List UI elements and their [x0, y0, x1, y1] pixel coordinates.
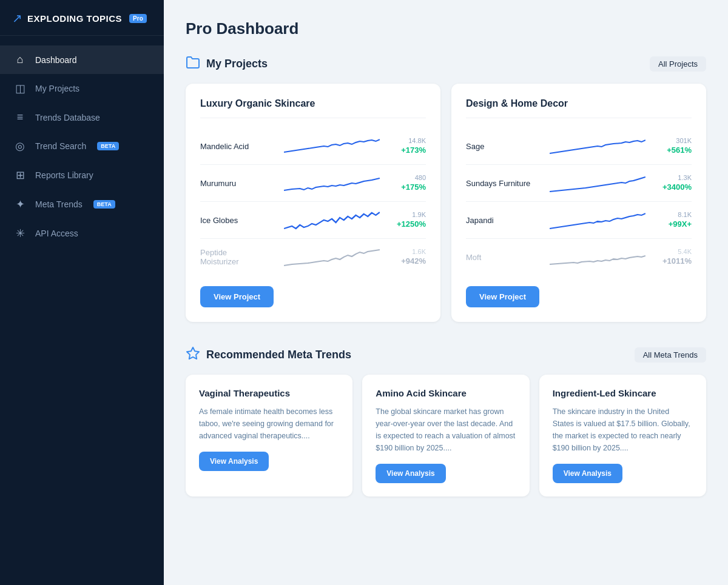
my-projects-header: My Projects All Projects [186, 55, 706, 73]
main-content: Pro Dashboard My Projects All Projects L… [164, 0, 728, 585]
trend-row[interactable]: Murumuru 480 +175% [200, 165, 426, 202]
sidebar-label-dashboard: Dashboard [35, 55, 77, 65]
logo-text: EXPLODING TOPICS [27, 13, 122, 24]
trend-stats: 8.1K +99X+ [650, 211, 692, 229]
trend-name: Murumuru [200, 179, 279, 188]
project-card-luxury-organic-skincare: Luxury Organic Skincare Mandelic Acid 14… [186, 84, 440, 322]
logo-pro-badge: Pro [129, 14, 147, 23]
trend-name-muted: PeptideMoisturizer [200, 248, 279, 266]
trend-row[interactable]: PeptideMoisturizer 1.6K +942% [200, 239, 426, 275]
meta-title-amino: Amino Acid Skincare [376, 388, 516, 398]
trend-stats: 1.6K +942% [385, 248, 426, 266]
view-analysis-btn-amino[interactable]: View Analysis [376, 464, 445, 483]
sidebar-item-dashboard[interactable]: ⌂ Dashboard [0, 45, 164, 74]
view-analysis-btn-vaginal[interactable]: View Analysis [199, 452, 269, 471]
sidebar-nav: ⌂ Dashboard ◫ My Projects ≡ Trends Datab… [0, 36, 164, 585]
meta-trends-title: Recommended Meta Trends [206, 349, 351, 361]
sidebar-item-api-access[interactable]: ✳ API Access [0, 219, 164, 248]
meta-card-vaginal-therapeutics: Vaginal Therapeutics As female intimate … [186, 375, 352, 496]
trend-name: Japandi [466, 216, 545, 225]
sidebar-label-meta-trends: Meta Trends [35, 199, 83, 209]
trend-row[interactable]: Sundays Furniture 1.3K +3400% [466, 165, 692, 202]
meta-trends-grid: Vaginal Therapeutics As female intimate … [186, 375, 706, 496]
trend-chart [550, 135, 645, 157]
trend-stats: 5.4K +1011% [650, 248, 692, 266]
meta-desc-amino: The global skincare market has grown yea… [376, 406, 516, 454]
meta-title-vaginal: Vaginal Therapeutics [199, 388, 339, 398]
sidebar-label-trends-database: Trends Database [35, 113, 100, 122]
meta-desc-ingredient: The skincare industry in the United Stat… [553, 406, 693, 454]
target-icon: ◎ [13, 139, 27, 153]
trend-name-muted: Moft [466, 253, 545, 262]
logo-container: ↗ EXPLODING TOPICS Pro [0, 0, 164, 36]
project-card-design-home-decor: Design & Home Decor Sage 301K +561% Sund… [451, 84, 706, 322]
all-meta-trends-link[interactable]: All Meta Trends [635, 347, 706, 363]
trend-chart [284, 209, 380, 231]
meta-trends-beta-badge: BETA [93, 200, 115, 209]
sidebar-item-trends-database[interactable]: ≡ Trends Database [0, 103, 164, 132]
trend-row[interactable]: Ice Globes 1.9K +1250% [200, 202, 426, 239]
project-title-luxury: Luxury Organic Skincare [200, 98, 426, 118]
sidebar-label-my-projects: My Projects [35, 84, 79, 93]
trend-chart [284, 246, 380, 268]
page-title: Pro Dashboard [186, 19, 706, 38]
project-title-design: Design & Home Decor [466, 98, 692, 118]
folder-icon: ◫ [13, 82, 27, 95]
sidebar-item-meta-trends[interactable]: ✦ Meta Trends BETA [0, 190, 164, 219]
meta-title-ingredient: Ingredient-Led Skincare [553, 388, 693, 398]
meta-icon: ✦ [13, 198, 27, 211]
meta-card-amino-acid-skincare: Amino Acid Skincare The global skincare … [362, 375, 529, 496]
view-analysis-btn-ingredient[interactable]: View Analysis [553, 464, 622, 483]
trend-name: Mandelic Acid [200, 142, 279, 151]
meta-trends-title-group: Recommended Meta Trends [186, 346, 351, 364]
sidebar-item-trend-search[interactable]: ◎ Trend Search BETA [0, 132, 164, 161]
sidebar-item-my-projects[interactable]: ◫ My Projects [0, 74, 164, 103]
meta-desc-vaginal: As female intimate health becomes less t… [199, 406, 339, 442]
my-projects-title-group: My Projects [186, 55, 268, 73]
trend-chart [550, 246, 645, 268]
trend-stats: 301K +561% [650, 137, 692, 155]
trend-search-beta-badge: BETA [97, 142, 119, 150]
trend-row[interactable]: Mandelic Acid 14.8K +173% [200, 128, 426, 165]
trend-chart [284, 172, 380, 194]
svg-marker-0 [187, 347, 199, 359]
sidebar: ↗ EXPLODING TOPICS Pro ⌂ Dashboard ◫ My … [0, 0, 164, 585]
trend-stats: 1.9K +1250% [385, 211, 426, 229]
trend-row[interactable]: Sage 301K +561% [466, 128, 692, 165]
sidebar-label-api-access: API Access [35, 229, 78, 238]
api-icon: ✳ [13, 227, 27, 240]
trend-stats: 1.3K +3400% [650, 174, 692, 192]
trend-row[interactable]: Moft 5.4K +1011% [466, 239, 692, 275]
logo-icon: ↗ [12, 11, 22, 25]
trend-name: Sundays Furniture [466, 179, 545, 188]
meta-card-ingredient-led-skincare: Ingredient-Led Skincare The skincare ind… [539, 375, 706, 496]
view-project-button-luxury[interactable]: View Project [200, 286, 274, 307]
my-projects-title: My Projects [206, 58, 268, 70]
folder-section-icon [186, 55, 200, 73]
meta-section-icon [186, 346, 200, 364]
sidebar-item-reports-library[interactable]: ⊞ Reports Library [0, 161, 164, 190]
home-icon: ⌂ [13, 53, 27, 66]
sidebar-label-reports-library: Reports Library [35, 170, 93, 180]
trend-name: Ice Globes [200, 216, 279, 225]
trend-row[interactable]: Japandi 8.1K +99X+ [466, 202, 692, 239]
all-projects-link[interactable]: All Projects [650, 56, 706, 72]
meta-trends-header: Recommended Meta Trends All Meta Trends [186, 346, 706, 364]
trend-chart [284, 135, 380, 157]
trend-name: Sage [466, 142, 545, 151]
trend-chart [550, 172, 645, 194]
trend-chart [550, 209, 645, 231]
view-project-button-design[interactable]: View Project [466, 286, 539, 307]
sidebar-label-trend-search: Trend Search [35, 141, 86, 151]
layers-icon: ≡ [13, 111, 27, 124]
trend-stats: 14.8K +173% [385, 137, 426, 155]
projects-grid: Luxury Organic Skincare Mandelic Acid 14… [186, 84, 706, 322]
trend-stats: 480 +175% [385, 174, 426, 192]
reports-icon: ⊞ [13, 169, 27, 182]
